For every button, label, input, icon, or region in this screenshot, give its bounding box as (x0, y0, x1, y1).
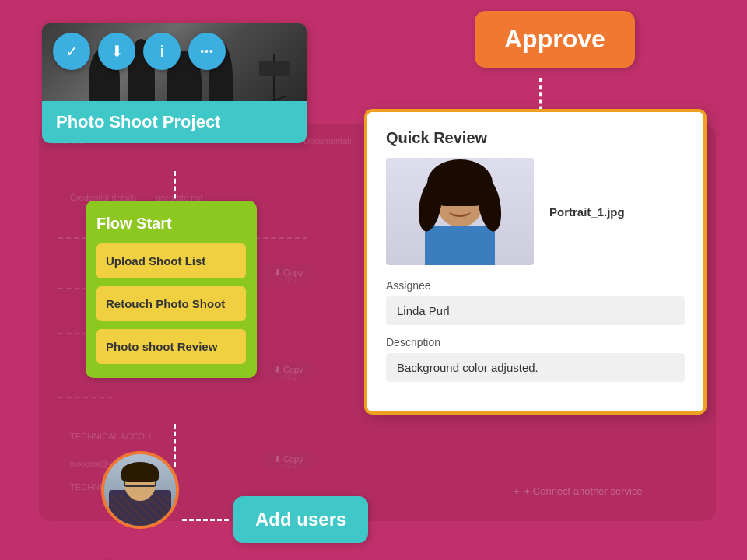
portrait-smile (449, 206, 471, 217)
user-avatar (101, 451, 179, 529)
project-card-photo: ✓ ⬇ i ••• (42, 23, 307, 101)
more-icon-btn[interactable]: ••• (188, 33, 226, 70)
info-icon-btn[interactable]: i (143, 33, 181, 70)
quick-review-photo (386, 158, 534, 265)
project-title: Photo Shoot Project (42, 101, 307, 143)
quick-review-title: Quick Review (386, 129, 685, 147)
flow-item-review[interactable]: Photo shoot Review (96, 329, 246, 364)
description-value: Background color adjusted. (386, 353, 685, 382)
flow-item-upload[interactable]: Upload Shoot List (96, 243, 246, 278)
add-users-button[interactable]: Add users (233, 496, 368, 543)
assignee-value: Linda Purl (386, 296, 685, 325)
project-card: ✓ ⬇ i ••• Photo Shoot Project (42, 23, 307, 143)
portrait-head (437, 173, 483, 226)
add-users-area: + Add users (101, 451, 368, 560)
flow-item-retouch[interactable]: Retouch Photo Shoot (96, 286, 246, 321)
quick-review-top: Portrait_1.jpg (386, 158, 685, 265)
avatar-wrapper: + (101, 451, 179, 560)
portrait-filename: Portrait_1.jpg (549, 205, 625, 219)
assignee-label: Assignee (386, 279, 685, 292)
avatar-hair (121, 462, 159, 482)
description-label: Description (386, 336, 685, 348)
quick-review-card: Quick Review Portrait_1.jpg Assignee Lin… (364, 109, 707, 415)
portrait-body (425, 226, 495, 265)
project-card-icons: ✓ ⬇ i ••• (42, 33, 307, 70)
flow-box: Flow Start Upload Shoot List Retouch Pho… (86, 201, 257, 378)
flow-title: Flow Start (96, 215, 246, 233)
approve-button[interactable]: Approve (475, 11, 635, 68)
download-icon-btn[interactable]: ⬇ (98, 33, 135, 70)
portrait-person (425, 173, 495, 265)
addusers-dashed-line (182, 519, 229, 521)
check-icon-btn[interactable]: ✓ (53, 33, 90, 70)
